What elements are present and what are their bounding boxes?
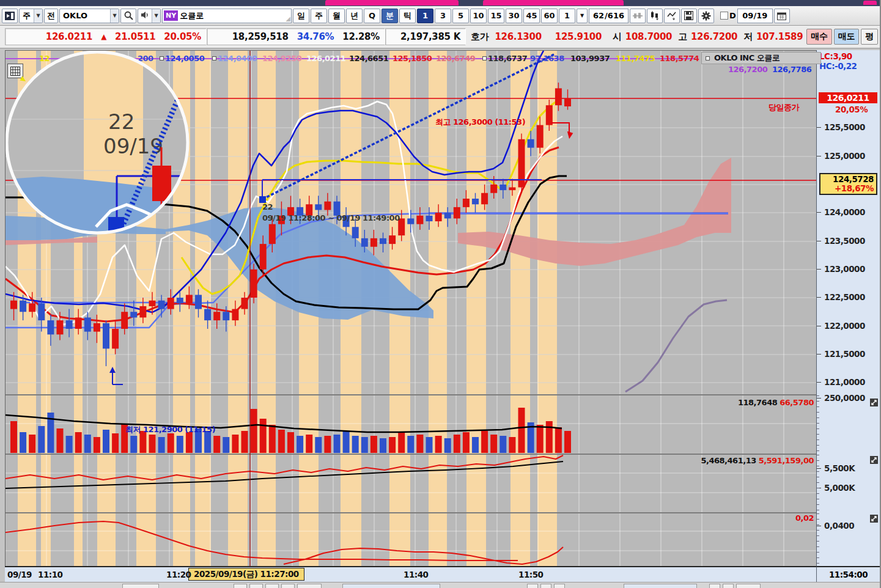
bottom-stub[interactable] xyxy=(709,584,720,588)
axis-tick xyxy=(817,468,821,469)
panel-toggle-button[interactable] xyxy=(2,9,18,23)
symbol-combo[interactable]: OKLO▼ xyxy=(59,9,119,23)
interval-button-10[interactable]: 10 xyxy=(470,9,487,23)
volume-axis-label: 250,0000 xyxy=(824,393,865,403)
bottom-stub[interactable] xyxy=(540,584,551,588)
search-button[interactable] xyxy=(120,9,136,23)
interval-button-30[interactable]: 30 xyxy=(506,9,522,23)
date-value: 09/19 xyxy=(742,11,767,20)
axis-minor-tick xyxy=(817,482,819,483)
crosshair-price-badge: 124,5728+18,67% xyxy=(819,173,877,195)
current-change-percent: 20,05% xyxy=(835,105,868,114)
line-tool-button[interactable] xyxy=(664,9,680,23)
d-checkbox[interactable] xyxy=(720,12,728,20)
period-button-group: 일주월년Q xyxy=(293,9,380,23)
tick-mode-button[interactable]: 틱 xyxy=(399,9,416,23)
axis-tick-label: 123,5000 xyxy=(824,236,865,246)
symbol-combo-value: OKLO xyxy=(60,11,110,20)
bottom-stub[interactable] xyxy=(527,584,538,588)
candles-arrow-icon xyxy=(650,11,660,20)
axis-minor-tick xyxy=(817,471,819,472)
period-button-Q[interactable]: Q xyxy=(364,9,380,23)
chevron-down-icon[interactable]: ▼ xyxy=(110,9,119,23)
volume-ratio: 34.76% xyxy=(297,31,334,42)
minute-mode-button[interactable]: 분 xyxy=(382,9,398,23)
symbol-name-field[interactable]: NY 오클로 ◢ xyxy=(162,9,292,23)
avg-button[interactable]: 평 xyxy=(861,29,878,45)
prev-button[interactable]: 전 xyxy=(44,9,58,23)
week-combo[interactable]: 주▼ xyxy=(19,9,43,23)
gear-icon xyxy=(701,11,711,21)
interval-button-60[interactable]: 60 xyxy=(541,9,558,23)
axis-minor-tick xyxy=(817,546,819,547)
low-label: 저 xyxy=(743,31,753,43)
bottom-stub[interactable] xyxy=(723,584,734,588)
change-value: 21.0511 xyxy=(115,31,155,42)
axis-minor-tick xyxy=(817,434,819,435)
axis-minor-tick xyxy=(817,493,819,494)
time-axis-corner: 11:54:00 xyxy=(816,566,880,582)
axis-tick xyxy=(817,269,821,270)
sell-button[interactable]: 매도 xyxy=(834,29,859,45)
period-button-년[interactable]: 년 xyxy=(346,9,363,23)
pane-resize-icon[interactable] xyxy=(870,456,878,464)
bottom-stub[interactable] xyxy=(281,584,295,588)
axis-minor-tick xyxy=(817,445,819,446)
bottom-stub[interactable] xyxy=(265,584,279,588)
bottom-stub[interactable] xyxy=(122,584,159,588)
period-button-주[interactable]: 주 xyxy=(311,9,327,23)
chevron-down-icon: ▼ xyxy=(580,13,584,18)
resize-grip-icon[interactable]: ◢ xyxy=(286,16,290,22)
chevron-down-icon[interactable]: ▼ xyxy=(34,9,42,23)
grid-toggle-button[interactable] xyxy=(7,64,23,78)
title-tab-accent[interactable] xyxy=(863,1,877,5)
bottom-stub[interactable] xyxy=(624,584,697,588)
interval-button-45[interactable]: 45 xyxy=(523,9,540,23)
bottom-stub[interactable] xyxy=(297,584,322,588)
interval-button-group: 351015304560 xyxy=(435,9,558,23)
axis-minor-tick xyxy=(817,417,819,418)
interval-1-button[interactable]: 1 xyxy=(417,9,433,23)
axis-tick-label: 121,5000 xyxy=(824,349,865,359)
period-button-월[interactable]: 월 xyxy=(328,9,345,23)
chart-area[interactable]: 최고 126,3000 (11:53) 최저 121,2900 (11:15) … xyxy=(5,50,816,566)
compare-tool-button[interactable] xyxy=(630,9,646,23)
bottom-stub[interactable] xyxy=(249,584,263,588)
title-tab-accent[interactable] xyxy=(483,0,624,6)
interval-dropdown-button[interactable]: ▼ xyxy=(577,9,588,23)
bottom-stub[interactable] xyxy=(342,584,440,588)
bar-count-value: 62 xyxy=(593,11,604,20)
floppy-disk-icon xyxy=(684,11,693,20)
bottom-stub[interactable] xyxy=(234,584,247,588)
pane-resize-icon[interactable] xyxy=(870,399,878,406)
price-axis[interactable]: LC:3,90 HC:-0,22 125,5000125,0000124,000… xyxy=(816,50,880,582)
period-button-일[interactable]: 일 xyxy=(293,9,309,23)
date-field[interactable]: 09/19 xyxy=(737,9,773,23)
axis-minor-tick xyxy=(817,530,819,531)
interval-button-3[interactable]: 3 xyxy=(435,9,451,23)
bottom-stub[interactable] xyxy=(736,584,761,588)
axis-tick xyxy=(817,127,821,128)
sound-split-button[interactable]: ▼ xyxy=(138,9,161,23)
settings-button[interactable] xyxy=(698,9,714,23)
time-axis[interactable]: 09/19 2025/09/19(금) 11:27:00 11:1011:201… xyxy=(5,566,816,582)
axis-tick-label: 123,0000 xyxy=(824,264,865,274)
axis-tick xyxy=(817,297,821,298)
axis-tick xyxy=(817,382,821,383)
calendar-icon xyxy=(777,12,786,20)
pane-resize-icon[interactable] xyxy=(870,515,878,523)
interval-extra-button[interactable]: 1 xyxy=(559,9,575,23)
interval-button-5[interactable]: 5 xyxy=(452,9,469,23)
trendline-arrow-icon xyxy=(667,11,677,20)
bottom-stub[interactable] xyxy=(554,584,565,588)
chevron-down-icon[interactable]: ▼ xyxy=(152,9,160,23)
interval-button-15[interactable]: 15 xyxy=(488,9,504,23)
buy-button[interactable]: 매수 xyxy=(806,29,831,45)
calendar-button[interactable] xyxy=(774,9,790,23)
axis-tick-label: 125,5000 xyxy=(824,122,865,132)
save-button[interactable] xyxy=(681,9,697,23)
title-tab-accent[interactable] xyxy=(325,0,459,6)
bar-count-field[interactable]: 62 /616 xyxy=(589,9,628,23)
candle-tool-button[interactable] xyxy=(647,9,663,23)
week-combo-value: 주 xyxy=(20,10,34,21)
